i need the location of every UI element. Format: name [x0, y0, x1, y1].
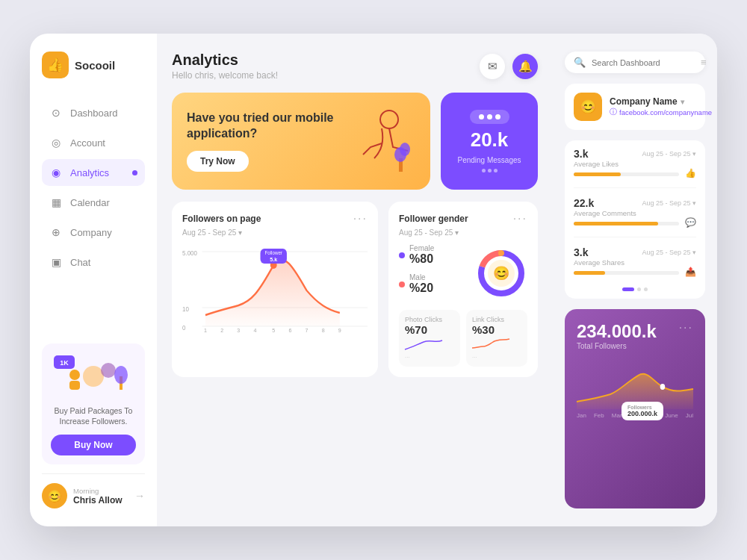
sidebar-item-calendar[interactable]: ▦ Calendar	[42, 189, 145, 216]
gender-content: Female %80 Male %20	[399, 244, 527, 302]
indicator-dot	[488, 169, 492, 172]
messages-card: 20.k Pending Messages	[441, 93, 538, 190]
company-details: Company Name ▾ ⓘ facebook.com/companynam…	[610, 96, 712, 117]
page-title: Analytics	[172, 52, 278, 69]
company-avatar: 😊	[574, 93, 602, 121]
svg-point-8	[380, 111, 398, 128]
link-clicks-card: Link Clicks %30 ···	[466, 310, 527, 367]
stat-comments-bar-row: 💬	[574, 217, 696, 228]
user-section: 😊 Morning Chris Allow →	[42, 473, 145, 508]
sidebar-item-account[interactable]: ◎ Account	[42, 129, 145, 156]
search-input[interactable]	[592, 58, 695, 67]
dashboard-container: 👍 Socooil ⊙ Dashboard ◎ Account ◉ Analyt…	[30, 34, 717, 526]
link-clicks-pct: %30	[472, 323, 521, 336]
company-icon: ⊕	[49, 225, 63, 239]
followers-card: 234.000.k Total Followers ···	[565, 309, 705, 508]
male-dot	[399, 281, 405, 287]
sidebar-item-chat[interactable]: ▣ Chat	[42, 249, 145, 276]
stat-comments-header: 22.k Aug 25 - Sep 25 ▾	[574, 197, 696, 209]
bubble-dot	[487, 114, 492, 119]
logout-button[interactable]: →	[134, 490, 145, 502]
gender-chart-title: Follower gender	[399, 214, 468, 224]
photo-clicks-card: Photo Clicks %70 ···	[399, 310, 460, 367]
header-icons: ✉ 🔔	[480, 54, 538, 79]
try-now-button[interactable]: Try Now	[187, 151, 249, 172]
stat-likes: 3.k Aug 25 - Sep 25 ▾ Average Likes 👍	[574, 148, 696, 178]
svg-text:6: 6	[288, 327, 291, 335]
stat-likes-bar-row: 👍	[574, 168, 696, 178]
stat-shares-label: Average Shares	[574, 258, 696, 267]
svg-text:0: 0	[182, 324, 186, 332]
sidebar-item-dashboard[interactable]: ⊙ Dashboard	[42, 99, 145, 126]
notification-icon-button[interactable]: 🔔	[512, 54, 538, 79]
analytics-icon: ◉	[49, 166, 63, 179]
male-label: Male	[409, 273, 433, 281]
sidebar-item-company[interactable]: ⊕ Company	[42, 219, 145, 246]
followers-count-area: 234.000.k Total Followers	[577, 321, 657, 358]
svg-text:10: 10	[182, 305, 189, 314]
stat-shares-value: 3.k	[574, 246, 588, 258]
message-label: Pending Messages	[457, 156, 521, 164]
followers-chart-wrapper: Followers 200.000.k	[577, 361, 693, 409]
user-greeting: Morning	[73, 487, 128, 495]
stat-shares-header: 3.k Aug 25 - Sep 25 ▾	[574, 246, 696, 258]
sidebar-label-analytics: Analytics	[70, 167, 109, 178]
sidebar-label-dashboard: Dashboard	[70, 108, 118, 119]
promo-illustration: 1K	[51, 352, 136, 401]
chart-title: Followers on page	[182, 214, 261, 224]
chart-menu-button[interactable]: ···	[353, 212, 368, 225]
sidebar-label-account: Account	[70, 137, 105, 149]
svg-rect-7	[69, 381, 80, 390]
promo-card: 1K Buy Paid Packages To Increase Followe…	[42, 343, 145, 464]
comments-icon: 💬	[685, 217, 696, 228]
month-june: June	[665, 412, 678, 419]
stat-likes-value: 3.k	[574, 148, 588, 160]
company-url: ⓘ facebook.com/companyname	[610, 107, 712, 117]
month-feb: Feb	[594, 412, 604, 419]
female-dot	[399, 252, 405, 258]
month-jul: Jul	[686, 412, 693, 419]
gender-chart-date: Aug 25 - Sep 25 ▾	[399, 228, 527, 237]
calendar-icon: ▦	[49, 196, 63, 209]
svg-text:Follower: Follower	[265, 250, 283, 255]
gender-chart-menu-button[interactable]: ···	[513, 212, 527, 225]
sidebar: 👍 Socooil ⊙ Dashboard ◎ Account ◉ Analyt…	[30, 34, 157, 526]
svg-point-37	[660, 384, 666, 390]
company-name: Company Name ▾	[610, 96, 712, 107]
female-label: Female	[409, 244, 434, 252]
message-indicator-dots	[482, 169, 498, 172]
pagination-dots	[574, 287, 696, 291]
month-jan: Jan	[577, 412, 586, 419]
promo-text: Buy Paid Packages To Increase Followers.	[51, 405, 136, 427]
logo-text: Socooil	[75, 59, 115, 72]
stat-shares-date: Aug 25 - Sep 25 ▾	[642, 249, 696, 256]
stat-comments-value: 22.k	[574, 197, 594, 209]
svg-text:7: 7	[306, 327, 309, 335]
followers-card-header: 234.000.k Total Followers ···	[577, 321, 693, 358]
indicator-dot	[482, 169, 486, 172]
stat-shares-bar-row: 📤	[574, 267, 696, 277]
filter-icon[interactable]: ≡	[701, 57, 707, 68]
sidebar-item-analytics[interactable]: ◉ Analytics	[42, 159, 145, 186]
banner-headline: Have you tried our mobile application?	[187, 111, 336, 142]
indicator-dot	[494, 169, 498, 172]
buy-now-button[interactable]: Buy Now	[51, 435, 136, 455]
dropdown-arrow[interactable]: ▾	[681, 98, 684, 106]
svg-point-3	[101, 363, 116, 378]
account-icon: ◎	[49, 136, 63, 149]
nav-menu: ⊙ Dashboard ◎ Account ◉ Analytics ▦ Cale…	[42, 99, 145, 335]
svg-point-2	[83, 366, 104, 387]
company-card: 😊 Company Name ▾ ⓘ facebook.com/companyn…	[565, 84, 705, 130]
sidebar-label-chat: Chat	[70, 257, 90, 268]
svg-text:3: 3	[237, 327, 240, 335]
stat-comments-label: Average Comments	[574, 209, 696, 217]
svg-point-6	[69, 370, 80, 380]
svg-point-36	[498, 250, 504, 256]
female-pct: %80	[409, 252, 434, 266]
message-icon-button[interactable]: ✉	[480, 54, 505, 79]
followers-menu-button[interactable]: ···	[679, 321, 693, 335]
stats-list: 3.k Aug 25 - Sep 25 ▾ Average Likes 👍	[565, 140, 705, 299]
photo-clicks-dots: ···	[405, 354, 454, 361]
banner-row: Have you tried our mobile application? T…	[172, 93, 538, 190]
svg-text:1K: 1K	[60, 359, 69, 367]
